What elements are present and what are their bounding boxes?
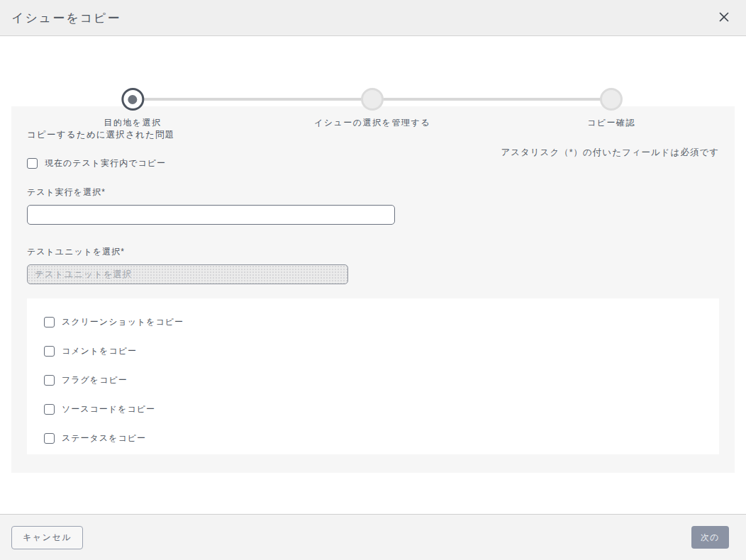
step-manage-issue-selection[interactable]: イシューの選択を管理する <box>314 88 430 129</box>
test-run-input[interactable] <box>27 205 395 225</box>
copy-status-checkbox[interactable] <box>44 433 55 444</box>
close-button[interactable] <box>715 9 733 27</box>
dialog-header: イシューをコピー <box>0 0 746 36</box>
required-fields-note: アスタリスク（*）の付いたフィールドは必須です <box>501 147 719 159</box>
step-circle-icon <box>600 88 623 111</box>
current-run-checkbox-label[interactable]: 現在のテスト実行内でコピー <box>45 157 166 169</box>
step-label: コピー確認 <box>587 117 635 129</box>
step-label: イシューの選択を管理する <box>314 117 430 129</box>
step-circle-active-icon <box>121 88 144 111</box>
copy-source-code-label[interactable]: ソースコードをコピー <box>62 403 155 415</box>
step-label: 目的地を選択 <box>104 117 161 129</box>
step-copy-confirm[interactable]: コピー確認 <box>587 88 635 129</box>
copy-screenshot-row: スクリーンショットをコピー <box>44 316 719 328</box>
wizard-stepper: 目的地を選択 イシューの選択を管理する コピー確認 <box>0 36 746 106</box>
test-run-label: テスト実行を選択* <box>27 186 719 198</box>
copy-status-label[interactable]: ステータスをコピー <box>62 432 146 444</box>
copy-options-panel: スクリーンショットをコピー コメントをコピー フラグをコピー ソースコードをコピ… <box>27 298 719 454</box>
copy-status-row: ステータスをコピー <box>44 432 719 444</box>
test-unit-input[interactable] <box>27 264 348 284</box>
x-mark-icon <box>718 11 730 26</box>
copy-source-code-checkbox[interactable] <box>44 404 55 415</box>
step-select-destination[interactable]: 目的地を選択 <box>104 88 161 129</box>
copy-flag-checkbox[interactable] <box>44 375 55 386</box>
step-circle-icon <box>361 88 384 111</box>
test-unit-label: テストユニットを選択* <box>27 246 719 258</box>
copy-comment-checkbox[interactable] <box>44 346 55 357</box>
next-button[interactable]: 次の <box>691 526 729 549</box>
copy-flag-row: フラグをコピー <box>44 374 719 386</box>
current-run-checkbox[interactable] <box>27 158 38 169</box>
copy-flag-label[interactable]: フラグをコピー <box>62 374 128 386</box>
copy-form-panel: コピーするために選択された問題 アスタリスク（*）の付いたフィールドは必須です … <box>11 106 735 473</box>
dialog-title: イシューをコピー <box>11 10 121 26</box>
copy-comment-row: コメントをコピー <box>44 345 719 357</box>
section-title: コピーするために選択された問題 <box>27 129 719 141</box>
copy-comment-label[interactable]: コメントをコピー <box>62 345 137 357</box>
dialog-footer: キャンセル 次の <box>0 514 746 560</box>
copy-source-code-row: ソースコードをコピー <box>44 403 719 415</box>
current-run-checkbox-row: 現在のテスト実行内でコピー <box>27 157 719 169</box>
copy-screenshot-label[interactable]: スクリーンショットをコピー <box>62 316 184 328</box>
cancel-button[interactable]: キャンセル <box>11 526 83 549</box>
copy-screenshot-checkbox[interactable] <box>44 317 55 327</box>
